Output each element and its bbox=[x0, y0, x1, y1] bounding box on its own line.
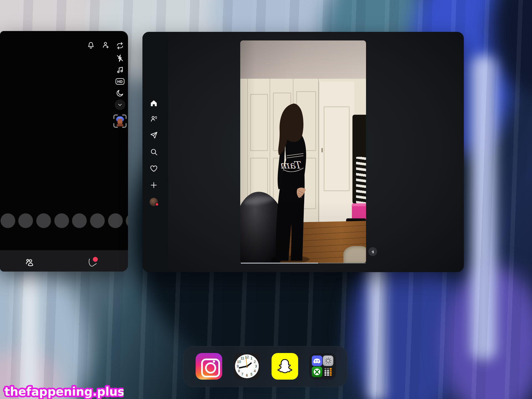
clock-numeral: 3 bbox=[255, 364, 257, 368]
clock-pivot-orange bbox=[246, 366, 247, 367]
record-dot bbox=[93, 257, 98, 262]
dark-mode-moon-icon[interactable] bbox=[116, 89, 124, 97]
clock-numeral: 6 bbox=[246, 374, 248, 377]
stories-record-icon[interactable] bbox=[86, 256, 98, 268]
collapse-chevron-icon[interactable] bbox=[115, 99, 125, 110]
people-icon[interactable] bbox=[150, 115, 158, 123]
instagram-lens bbox=[205, 362, 216, 374]
clock-numeral: 5 bbox=[250, 372, 252, 376]
filter-circle[interactable] bbox=[126, 213, 128, 228]
instagram-flash-dot bbox=[213, 360, 215, 363]
watermark-text: thefappening.plus bbox=[4, 385, 124, 398]
discord-mini-icon[interactable] bbox=[312, 355, 322, 366]
messages-icon[interactable] bbox=[150, 131, 158, 139]
filter-carousel[interactable] bbox=[0, 213, 128, 229]
lens-avatar-face bbox=[117, 119, 122, 124]
lens-avatar-button[interactable] bbox=[114, 115, 126, 127]
profile-avatar[interactable] bbox=[150, 198, 158, 206]
clock-numeral: 11 bbox=[241, 356, 244, 360]
clock-numeral: 4 bbox=[254, 369, 256, 373]
profile-notification-dot bbox=[155, 203, 159, 206]
instagram-sidebar bbox=[142, 32, 168, 272]
clock-numeral: 8 bbox=[238, 369, 240, 373]
settings-mini-icon[interactable] bbox=[323, 355, 333, 366]
hd-label: HD bbox=[117, 80, 123, 84]
lens-frame bbox=[122, 123, 126, 127]
video-progress-played[interactable] bbox=[241, 263, 318, 264]
snapchat-bottom-bar bbox=[0, 250, 128, 272]
settings-gear-hub bbox=[326, 359, 330, 363]
filter-circle[interactable] bbox=[72, 213, 87, 228]
snapchat-ghost bbox=[276, 357, 294, 375]
clock-numeral: 10 bbox=[237, 360, 241, 364]
snapchat-camera-window[interactable]: HD bbox=[0, 31, 128, 272]
watermark: thefappening.plus bbox=[2, 381, 124, 399]
shrink-window-button[interactable] bbox=[368, 247, 377, 256]
filter-circle[interactable] bbox=[108, 213, 123, 228]
clock-numeral: 9 bbox=[237, 364, 239, 368]
filter-circle[interactable] bbox=[36, 213, 51, 228]
filter-circle[interactable] bbox=[90, 213, 105, 228]
xbox-mini-icon[interactable] bbox=[312, 367, 322, 377]
dock-app-folder[interactable] bbox=[309, 353, 336, 380]
lens-frame bbox=[122, 115, 126, 119]
filter-circle[interactable] bbox=[18, 213, 33, 228]
hd-quality-icon[interactable]: HD bbox=[116, 78, 124, 85]
notifications-bell-icon[interactable] bbox=[87, 41, 95, 49]
flash-off-icon[interactable] bbox=[116, 54, 124, 62]
filter-circle[interactable] bbox=[1, 213, 15, 228]
clock-numeral: 2 bbox=[254, 360, 256, 364]
reel-video[interactable]: Tam bbox=[240, 40, 366, 263]
add-friend-icon[interactable] bbox=[101, 41, 109, 49]
dock-instagram-icon[interactable] bbox=[196, 353, 222, 380]
notifications-heart-icon[interactable] bbox=[150, 164, 158, 173]
clock-numeral: 1 bbox=[250, 356, 252, 360]
friends-icon[interactable] bbox=[24, 257, 34, 267]
calculator-keys bbox=[324, 368, 332, 376]
video-progress-remaining[interactable] bbox=[319, 263, 366, 264]
clock-numeral: 7 bbox=[241, 372, 243, 376]
search-icon[interactable] bbox=[150, 148, 158, 156]
lens-frame bbox=[114, 123, 118, 127]
create-plus-icon[interactable] bbox=[150, 181, 158, 189]
filter-circle[interactable] bbox=[54, 213, 69, 228]
dock-snapchat-icon[interactable] bbox=[272, 353, 298, 380]
clock-numeral: 12 bbox=[245, 355, 249, 359]
dock-clock-icon[interactable]: 123456789101112 bbox=[234, 353, 260, 380]
calculator-mini-icon[interactable] bbox=[323, 367, 333, 377]
instagram-window[interactable]: Tam bbox=[142, 32, 464, 272]
lens-frame bbox=[114, 115, 118, 119]
home-icon[interactable] bbox=[150, 99, 158, 107]
video-vignette bbox=[240, 40, 366, 263]
dock: 123456789101112 bbox=[183, 346, 347, 387]
flip-camera-icon[interactable] bbox=[116, 42, 124, 50]
clock-face: 123456789101112 bbox=[235, 354, 259, 378]
music-icon[interactable] bbox=[116, 66, 124, 74]
